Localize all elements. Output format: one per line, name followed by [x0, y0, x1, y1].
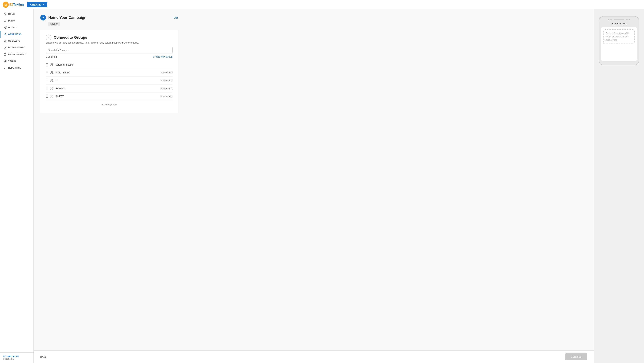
step1-campaign-name: Loyalty	[48, 22, 60, 26]
sidebar-item-outbox[interactable]: OUTBOX	[0, 24, 34, 31]
svg-point-19	[51, 79, 52, 80]
search-icon	[160, 72, 162, 74]
select-all-label: Select all groups	[56, 63, 172, 66]
svg-point-5	[5, 40, 6, 41]
search-groups-input[interactable]	[46, 47, 172, 54]
svg-point-16	[51, 71, 52, 73]
step2-circle	[46, 35, 51, 40]
svg-marker-4	[4, 33, 6, 35]
phone-dot-3	[626, 19, 628, 20]
create-new-group-link[interactable]: Create New Group	[153, 56, 172, 58]
sidebar-plan: EZ DEMO PLAN 500 Credits	[0, 352, 34, 363]
step2-subtitle: Choose one or more contact groups. Note:…	[46, 41, 172, 44]
group-name-rewards: Rewards	[56, 87, 158, 90]
group-contacts-pizza-fridays: 0 contacts	[160, 71, 172, 74]
step2-header: Connect to Groups	[46, 35, 172, 40]
group-item-sweet: SWEET 0 contacts	[46, 92, 172, 100]
step1-title: Name Your Campaign	[48, 16, 86, 20]
group-contacts-rewards: 0 contacts	[160, 87, 172, 90]
campaigns-icon	[4, 33, 6, 36]
group-contacts-10: 0 contacts	[160, 79, 172, 82]
inbox-icon	[4, 20, 6, 22]
sidebar-item-integrations[interactable]: INTEGRATIONS	[0, 44, 34, 51]
step1-edit-link[interactable]: Edit	[174, 16, 178, 19]
group-name-pizza-fridays: Pizza Fridays	[56, 71, 158, 74]
step1-header: Name Your Campaign Edit	[40, 15, 178, 21]
app-body: HOME INBOX OUTBOX CAMPAIGNS CONTACTS	[0, 10, 644, 363]
phone-dot-2	[610, 19, 612, 20]
group-icon	[50, 79, 54, 82]
logo-icon: EZ	[3, 2, 9, 8]
svg-rect-8	[4, 60, 5, 61]
group-item-rewards: Rewards 0 contacts	[46, 85, 172, 92]
group-item-pizza-fridays: Pizza Fridays 0 contacts	[46, 69, 172, 77]
select-all-checkbox[interactable]	[46, 63, 48, 66]
sidebar-label-home: HOME	[8, 13, 15, 15]
groups-meta: 0 Selected Create New Group	[46, 56, 172, 58]
sidebar-item-contacts[interactable]: CONTACTS	[0, 38, 34, 44]
preview-text: The preview of your drip campaign messag…	[606, 32, 629, 41]
group-checkbox-pizza-fridays[interactable]	[46, 71, 48, 74]
main-content: Name Your Campaign Edit Loyalty Connect …	[34, 10, 594, 363]
svg-point-15	[51, 64, 52, 65]
group-checkbox-rewards[interactable]	[46, 87, 48, 90]
tools-icon	[4, 60, 6, 63]
select-all-group-item: Select all groups	[46, 61, 172, 69]
search-icon	[160, 87, 162, 89]
group-contacts-sweet: 0 contacts	[160, 95, 172, 98]
top-navigation: EZ EZTexting CREATE ▼	[0, 0, 644, 10]
sidebar-label-reporting: REPORTING	[8, 67, 22, 69]
phone-mockup: (520) 525-7411 The preview of your drip …	[599, 16, 639, 65]
phone-dot-1	[608, 19, 610, 20]
back-button[interactable]: Back	[40, 354, 46, 360]
contacts-icon	[4, 40, 6, 42]
sidebar-item-media-library[interactable]: MEDIA LIBRARY	[0, 51, 34, 58]
home-icon	[4, 13, 6, 16]
svg-rect-9	[5, 60, 6, 61]
sidebar-item-home[interactable]: HOME	[0, 11, 34, 18]
sidebar: HOME INBOX OUTBOX CAMPAIGNS CONTACTS	[0, 10, 34, 363]
phone-dot-4	[628, 19, 630, 20]
selected-count: 0 Selected	[46, 56, 57, 58]
logo: EZ EZTexting	[3, 2, 24, 8]
phone-number: (520) 525-7411	[612, 22, 626, 25]
group-item-10: 10 0 contacts	[46, 77, 172, 85]
group-name-10: 10	[56, 79, 158, 82]
phone-preview-panel: (520) 525-7411 The preview of your drip …	[594, 10, 644, 363]
sidebar-label-campaigns: CAMPAIGNS	[8, 33, 22, 36]
phone-top-bar	[608, 19, 630, 20]
phone-screen: The preview of your drip campaign messag…	[601, 27, 637, 61]
plan-name: EZ DEMO PLAN	[3, 355, 30, 358]
continue-button[interactable]: Continue	[566, 353, 587, 360]
group-icon	[50, 87, 54, 90]
logo-text: EZTexting	[10, 3, 24, 7]
svg-rect-10	[4, 61, 5, 62]
sidebar-item-inbox[interactable]: INBOX	[0, 18, 34, 24]
sidebar-label-integrations: INTEGRATIONS	[8, 47, 25, 49]
group-checkbox-sweet[interactable]	[46, 95, 48, 98]
sidebar-label-tools: TOOLS	[8, 60, 16, 62]
sidebar-item-campaigns[interactable]: CAMPAIGNS	[0, 31, 34, 38]
svg-line-27	[161, 97, 162, 97]
step1-section: Name Your Campaign Edit Loyalty	[40, 15, 178, 26]
svg-line-21	[161, 81, 162, 81]
media-icon	[4, 53, 6, 56]
chevron-down-step-icon	[47, 36, 50, 39]
svg-point-25	[51, 95, 52, 96]
chevron-down-icon: ▼	[42, 4, 44, 6]
svg-point-23	[160, 88, 162, 89]
sidebar-label-contacts: CONTACTS	[8, 40, 20, 42]
create-button-label: CREATE	[30, 3, 41, 6]
step2-title: Connect to Groups	[54, 35, 87, 40]
group-checkbox-10[interactable]	[46, 79, 48, 82]
group-icon	[50, 95, 54, 98]
group-icon	[50, 71, 54, 74]
group-icon	[50, 63, 54, 66]
sidebar-item-reporting[interactable]: REPORTING	[0, 65, 34, 71]
step1-circle	[40, 15, 46, 21]
create-button[interactable]: CREATE ▼	[27, 2, 47, 8]
sidebar-item-tools[interactable]: TOOLS	[0, 58, 34, 65]
reporting-icon	[4, 67, 6, 69]
svg-line-24	[161, 89, 162, 89]
sidebar-label-media-library: MEDIA LIBRARY	[8, 53, 26, 56]
